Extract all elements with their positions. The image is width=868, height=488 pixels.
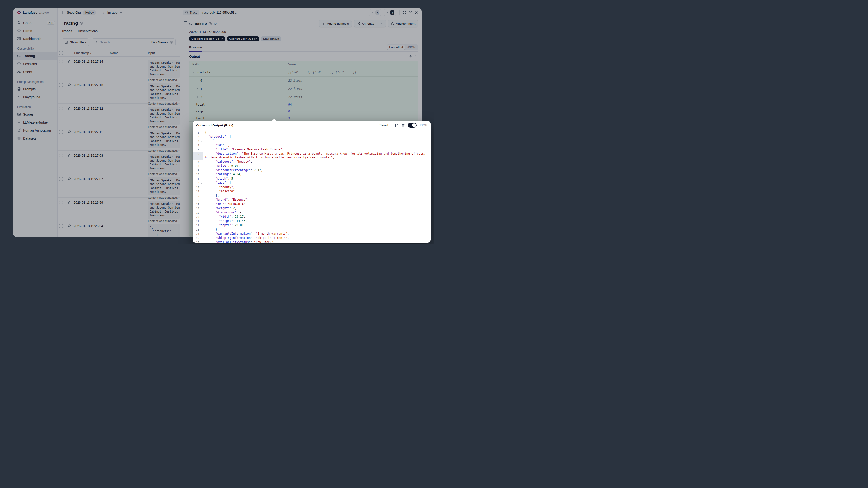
code-line-2[interactable]: 2 "products": [ [193,135,431,139]
fold-spacer [200,219,203,223]
code-line-4[interactable]: 4 "id": 1, [193,143,431,148]
fold-spacer [200,227,203,232]
code-line-26[interactable]: 26 "availabilityStatus": "Low Stock", [193,240,431,243]
code-line-17[interactable]: 17 "sku": "RCH45Q1A", [193,202,431,207]
gutter: 2 [193,135,203,139]
gutter: 13 [193,185,203,189]
code-line-11[interactable]: 11 "stock": 5, [193,177,431,181]
gutter: 20 [193,215,203,219]
gutter: 3 [193,139,203,143]
corrected-output-panel: Corrected Output (Beta) Saved JSON 1{2 "… [193,121,431,243]
code-line-24[interactable]: 24 "warrantyInformation": "1 month warra… [193,232,431,236]
code-line-25[interactable]: 25 "shippingInformation": "Ships in 1 mo… [193,236,431,240]
gutter: 8 [193,164,203,168]
gutter: 17 [193,202,203,207]
code-line-18[interactable]: 18 "weight": 2, [193,206,431,211]
code-line-22[interactable]: 22 "depth": 28.01 [193,223,431,227]
code-line-13[interactable]: 13 "beauty", [193,185,431,189]
fold-spacer [200,215,203,219]
fold-chevron-icon[interactable] [200,135,203,139]
code-line-content: "weight": 2, [203,206,431,211]
code-line-1[interactable]: 1{ [193,130,431,135]
gutter: 12 [193,181,203,185]
code-line-content: }, [203,227,431,232]
gutter: 21 [193,219,203,223]
code-line-20[interactable]: 20 "width": 23.17, [193,215,431,219]
code-line-content: "sku": "RCH45Q1A", [203,202,431,207]
code-line-content: "tags": [ [203,181,431,185]
code-line-content: "beauty", [203,185,431,189]
code-line-content: "discountPercentage": 7.17, [203,168,431,173]
code-line-15[interactable]: 15 ], [193,193,431,198]
fold-chevron-icon[interactable] [200,130,203,135]
gutter: 1 [193,130,203,135]
code-line-3[interactable]: 3 { [193,139,431,143]
gutter: 25 [193,236,203,240]
fold-spacer [200,185,203,189]
code-line-21[interactable]: 21 "height": 14.43, [193,219,431,223]
code-line-content: "stock": 5, [203,177,431,181]
gutter: 6 [193,152,203,160]
code-line-content: { [203,130,431,135]
gutter: 26 [193,240,203,243]
json-toggle-label: JSON [419,124,427,127]
fold-spacer [200,206,203,211]
fold-spacer [200,232,203,236]
code-line-content: "height": 14.43, [203,219,431,223]
code-line-content: "category": "beauty", [203,160,431,164]
fold-chevron-icon[interactable] [200,139,203,143]
json-toggle[interactable] [408,123,416,128]
fold-spacer [200,143,203,148]
fold-spacer [200,198,203,202]
code-line-10[interactable]: 10 "rating": 4.94, [193,172,431,177]
code-line-content: "brand": "Essence", [203,198,431,202]
code-line-content: ], [203,193,431,198]
fold-spacer [200,223,203,227]
code-line-6[interactable]: 6 "description": "The Essence Mascara La… [193,152,431,160]
json-code-editor[interactable]: 1{2 "products": [3 {4 "id": 1,5 "title":… [193,130,431,243]
fold-chevron-icon[interactable] [200,181,203,185]
gutter: 14 [193,189,203,193]
saved-status: Saved [379,124,392,127]
gutter: 18 [193,206,203,211]
fold-spacer [200,236,203,240]
code-line-content: "dimensions": { [203,211,431,215]
code-line-5[interactable]: 5 "title": "Essence Mascara Lash Prince"… [193,147,431,152]
fold-spacer [200,152,203,160]
gutter: 4 [193,143,203,148]
code-line-content: "warrantyInformation": "1 month warranty… [203,232,431,236]
gutter: 11 [193,177,203,181]
add-to-dataset-icon[interactable] [395,124,399,127]
code-line-content: "depth": 28.01 [203,223,431,227]
code-line-content: "description": "The Essence Mascara Lash… [203,152,431,160]
code-line-14[interactable]: 14 "mascara" [193,189,431,193]
gutter: 23 [193,227,203,232]
gutter: 16 [193,198,203,202]
code-line-7[interactable]: 7 "category": "beauty", [193,160,431,164]
gutter: 5 [193,147,203,152]
fold-spacer [200,172,203,177]
code-line-9[interactable]: 9 "discountPercentage": 7.17, [193,168,431,173]
fold-spacer [200,240,203,243]
gutter: 7 [193,160,203,164]
fold-chevron-icon[interactable] [200,211,203,215]
code-line-content: "mascara" [203,189,431,193]
code-line-12[interactable]: 12 "tags": [ [193,181,431,185]
fold-spacer [200,177,203,181]
code-line-23[interactable]: 23 }, [193,227,431,232]
gutter: 15 [193,193,203,198]
gutter: 24 [193,232,203,236]
code-line-content: "price": 9.99, [203,164,431,168]
gutter: 10 [193,172,203,177]
corrected-output-controls: Saved JSON [379,123,427,128]
code-line-content: "rating": 4.94, [203,172,431,177]
code-line-content: "products": [ [203,135,431,139]
code-line-8[interactable]: 8 "price": 9.99, [193,164,431,168]
corrected-output-header: Corrected Output (Beta) Saved JSON [193,121,431,130]
check-icon [390,124,392,127]
gutter: 22 [193,223,203,227]
code-line-content: { [203,139,431,143]
delete-icon[interactable] [401,124,405,127]
code-line-19[interactable]: 19 "dimensions": { [193,211,431,215]
code-line-16[interactable]: 16 "brand": "Essence", [193,198,431,202]
